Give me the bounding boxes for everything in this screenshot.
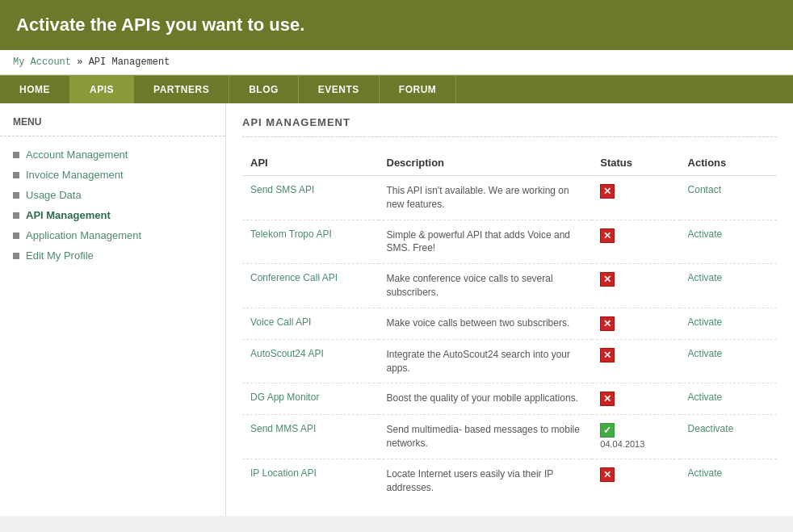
sidebar-item-application-management[interactable]: Application Management — [0, 225, 225, 245]
breadcrumb: My Account » API Management — [0, 50, 793, 75]
sidebar-link-edit-profile[interactable]: Edit My Profile — [26, 249, 94, 262]
sidebar-link-usage-data[interactable]: Usage Data — [26, 189, 82, 201]
col-header-actions: Actions — [680, 150, 777, 176]
api-link-ip-location[interactable]: IP Location API — [250, 467, 317, 479]
breadcrumb-separator: » — [71, 57, 89, 68]
sidebar-bullet-icon — [13, 192, 19, 199]
status-icon-x: ✕ — [600, 316, 615, 331]
sidebar: MENU Account Management Invoice Manageme… — [0, 103, 226, 516]
action-deactivate-send-mms[interactable]: Deactivate — [688, 423, 734, 434]
action-activate-ip-location[interactable]: Activate — [688, 467, 723, 479]
col-header-description: Description — [379, 150, 593, 176]
page-header: Activate the APIs you want to use. — [0, 0, 793, 50]
sidebar-title: MENU — [0, 116, 225, 136]
action-activate-telekom-tropo[interactable]: Activate — [688, 228, 723, 240]
table-row: Conference Call API Make conference voic… — [242, 264, 777, 308]
content-wrapper: MENU Account Management Invoice Manageme… — [0, 103, 793, 516]
action-activate-conference-call[interactable]: Activate — [688, 272, 723, 283]
sidebar-item-edit-profile[interactable]: Edit My Profile — [0, 245, 225, 266]
status-icon-x: ✕ — [600, 184, 615, 199]
sidebar-item-usage-data[interactable]: Usage Data — [0, 185, 225, 205]
api-desc-voice-call: Make voice calls between two subscribers… — [387, 317, 570, 329]
nav-item-partners[interactable]: PARTNERS — [134, 76, 229, 103]
sidebar-bullet-icon — [13, 232, 19, 239]
status-icon-x: ✕ — [600, 467, 615, 482]
table-row: Telekom Tropo API Simple & powerful API … — [242, 220, 777, 264]
nav-item-home[interactable]: HOME — [0, 76, 70, 103]
action-activate-dg-app-monitor[interactable]: Activate — [688, 392, 723, 403]
table-row: IP Location API Locate Internet users ea… — [242, 459, 777, 502]
api-desc-send-mms: Send multimedia- based messages to mobil… — [387, 424, 580, 449]
sidebar-bullet-icon — [13, 172, 19, 178]
api-link-send-sms[interactable]: Send SMS API — [250, 184, 314, 195]
status-icon-x: ✕ — [600, 348, 615, 362]
action-contact-send-sms[interactable]: Contact — [688, 184, 721, 195]
action-activate-autoscout24[interactable]: Activate — [688, 348, 723, 359]
api-desc-telekom-tropo: Simple & powerful API that adds Voice an… — [387, 229, 570, 254]
table-row: Voice Call API Make voice calls between … — [242, 308, 777, 339]
table-row: Send MMS API Send multimedia- based mess… — [242, 415, 777, 459]
api-link-telekom-tropo[interactable]: Telekom Tropo API — [250, 228, 332, 240]
status-date-send-mms: 04.04.2013 — [600, 439, 671, 449]
col-header-status: Status — [592, 150, 679, 176]
breadcrumb-current: API Management — [89, 57, 170, 68]
sidebar-bullet-icon — [13, 152, 19, 158]
table-row: DG App Monitor Boost the quality of your… — [242, 383, 777, 415]
sidebar-link-application-management[interactable]: Application Management — [26, 229, 141, 241]
breadcrumb-my-account[interactable]: My Account — [13, 57, 71, 68]
sidebar-bullet-icon — [13, 212, 19, 219]
api-desc-conference-call: Make conference voice calls to several s… — [387, 273, 553, 298]
status-icon-x: ✕ — [600, 272, 615, 287]
api-desc-dg-app-monitor: Boost the quality of your mobile applica… — [387, 392, 578, 404]
sidebar-item-account-management[interactable]: Account Management — [0, 145, 225, 165]
nav-item-blog[interactable]: BLOG — [229, 76, 299, 103]
api-desc-ip-location: Locate Internet users easily via their I… — [387, 468, 554, 493]
status-icon-check: ✓ — [600, 423, 615, 438]
section-title: API MANAGEMENT — [242, 116, 777, 137]
sidebar-link-invoice-management[interactable]: Invoice Management — [26, 169, 124, 181]
table-row: AutoScout24 API Integrate the AutoScout2… — [242, 339, 777, 383]
table-row: Send SMS API This API isn't available. W… — [242, 176, 777, 220]
sidebar-link-api-management[interactable]: API Management — [26, 209, 111, 221]
nav-item-apis[interactable]: APIS — [70, 76, 134, 103]
api-table: API Description Status Actions Send SMS … — [242, 150, 777, 503]
sidebar-item-invoice-management[interactable]: Invoice Management — [0, 165, 225, 185]
api-link-dg-app-monitor[interactable]: DG App Monitor — [250, 392, 319, 403]
nav-item-forum[interactable]: FORUM — [380, 76, 457, 103]
api-link-send-mms[interactable]: Send MMS API — [250, 423, 316, 434]
nav-item-events[interactable]: EVENTS — [299, 76, 380, 103]
status-icon-x: ✕ — [600, 228, 615, 243]
header-title: Activate the APIs you want to use. — [16, 15, 777, 36]
sidebar-item-api-management[interactable]: API Management — [0, 205, 225, 225]
status-icon-x: ✕ — [600, 392, 615, 406]
sidebar-link-account-management[interactable]: Account Management — [26, 149, 128, 161]
api-desc-autoscout24: Integrate the AutoScout24 search into yo… — [387, 349, 570, 374]
main-content: API MANAGEMENT API Description Status Ac… — [226, 103, 793, 516]
api-desc-send-sms: This API isn't available. We are working… — [387, 185, 569, 210]
col-header-api: API — [242, 150, 379, 176]
sidebar-bullet-icon — [13, 253, 19, 259]
api-link-autoscout24[interactable]: AutoScout24 API — [250, 348, 324, 359]
api-link-conference-call[interactable]: Conference Call API — [250, 272, 338, 283]
api-link-voice-call[interactable]: Voice Call API — [250, 316, 311, 328]
action-activate-voice-call[interactable]: Activate — [688, 316, 723, 328]
main-nav: HOME APIS PARTNERS BLOG EVENTS FORUM — [0, 75, 793, 103]
